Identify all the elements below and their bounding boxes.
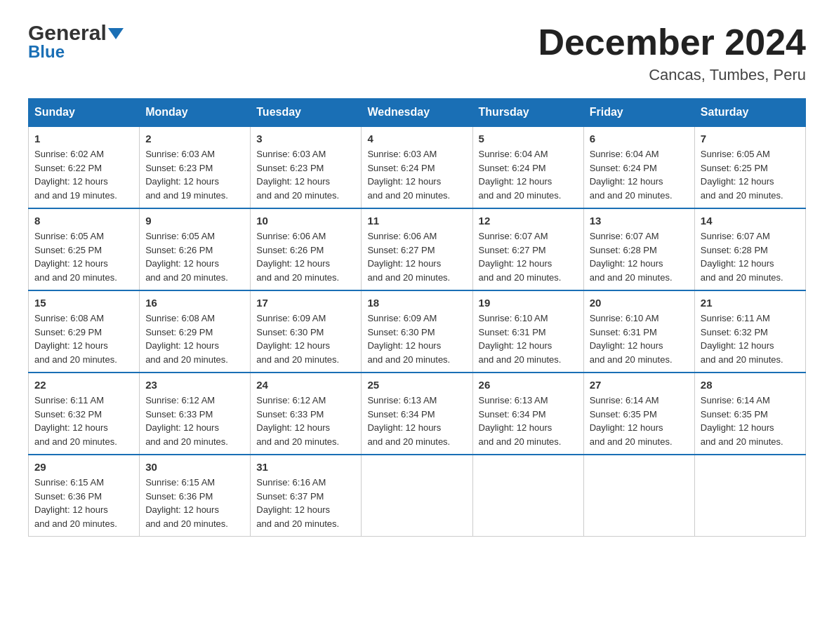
calendar-week-row: 15 Sunrise: 6:08 AM Sunset: 6:29 PM Dayl… bbox=[29, 290, 806, 373]
table-row bbox=[583, 455, 694, 537]
day-number: 18 bbox=[367, 297, 466, 309]
day-info: Sunrise: 6:06 AM Sunset: 6:27 PM Dayligh… bbox=[367, 229, 466, 284]
day-info: Sunrise: 6:03 AM Sunset: 6:24 PM Dayligh… bbox=[367, 147, 466, 202]
day-info: Sunrise: 6:05 AM Sunset: 6:25 PM Dayligh… bbox=[34, 229, 133, 284]
table-row: 23 Sunrise: 6:12 AM Sunset: 6:33 PM Dayl… bbox=[140, 373, 251, 455]
logo-general-text: General bbox=[28, 21, 107, 45]
day-info: Sunrise: 6:04 AM Sunset: 6:24 PM Dayligh… bbox=[590, 147, 689, 202]
day-info: Sunrise: 6:03 AM Sunset: 6:23 PM Dayligh… bbox=[256, 147, 355, 202]
day-number: 15 bbox=[34, 297, 133, 309]
page-title: December 2024 bbox=[538, 21, 806, 63]
day-info: Sunrise: 6:14 AM Sunset: 6:35 PM Dayligh… bbox=[701, 394, 800, 448]
calendar-week-row: 29 Sunrise: 6:15 AM Sunset: 6:36 PM Dayl… bbox=[29, 455, 806, 537]
table-row: 27 Sunrise: 6:14 AM Sunset: 6:35 PM Dayl… bbox=[583, 373, 694, 455]
day-number: 30 bbox=[145, 461, 244, 473]
table-row: 28 Sunrise: 6:14 AM Sunset: 6:35 PM Dayl… bbox=[694, 373, 805, 455]
logo-triangle-icon bbox=[108, 25, 124, 41]
day-number: 16 bbox=[145, 297, 244, 309]
table-row: 25 Sunrise: 6:13 AM Sunset: 6:34 PM Dayl… bbox=[362, 373, 472, 455]
day-number: 28 bbox=[701, 379, 800, 391]
day-info: Sunrise: 6:15 AM Sunset: 6:36 PM Dayligh… bbox=[34, 476, 133, 530]
day-info: Sunrise: 6:05 AM Sunset: 6:26 PM Dayligh… bbox=[145, 229, 244, 284]
day-info: Sunrise: 6:06 AM Sunset: 6:26 PM Dayligh… bbox=[256, 229, 355, 284]
day-info: Sunrise: 6:14 AM Sunset: 6:35 PM Dayligh… bbox=[590, 394, 689, 448]
day-number: 12 bbox=[479, 215, 578, 227]
day-number: 9 bbox=[145, 215, 244, 227]
table-row: 4 Sunrise: 6:03 AM Sunset: 6:24 PM Dayli… bbox=[362, 126, 472, 208]
calendar-week-row: 22 Sunrise: 6:11 AM Sunset: 6:32 PM Dayl… bbox=[29, 373, 806, 455]
table-row: 9 Sunrise: 6:05 AM Sunset: 6:26 PM Dayli… bbox=[140, 208, 251, 290]
table-row: 3 Sunrise: 6:03 AM Sunset: 6:23 PM Dayli… bbox=[251, 126, 362, 208]
day-number: 8 bbox=[34, 215, 133, 227]
table-row: 26 Sunrise: 6:13 AM Sunset: 6:34 PM Dayl… bbox=[472, 373, 583, 455]
day-info: Sunrise: 6:16 AM Sunset: 6:37 PM Dayligh… bbox=[256, 476, 355, 530]
page-header: General Blue December 2024 Cancas, Tumbe… bbox=[28, 21, 806, 84]
calendar-week-row: 8 Sunrise: 6:05 AM Sunset: 6:25 PM Dayli… bbox=[29, 208, 806, 290]
day-number: 19 bbox=[479, 297, 578, 309]
col-sunday: Sunday bbox=[29, 99, 140, 127]
table-row bbox=[472, 455, 583, 537]
day-info: Sunrise: 6:02 AM Sunset: 6:22 PM Dayligh… bbox=[34, 147, 133, 202]
day-number: 10 bbox=[256, 215, 355, 227]
day-info: Sunrise: 6:07 AM Sunset: 6:28 PM Dayligh… bbox=[701, 229, 800, 284]
table-row: 2 Sunrise: 6:03 AM Sunset: 6:23 PM Dayli… bbox=[140, 126, 251, 208]
table-row: 7 Sunrise: 6:05 AM Sunset: 6:25 PM Dayli… bbox=[694, 126, 805, 208]
day-number: 17 bbox=[256, 297, 355, 309]
day-number: 1 bbox=[34, 133, 133, 145]
table-row: 21 Sunrise: 6:11 AM Sunset: 6:32 PM Dayl… bbox=[694, 290, 805, 373]
table-row: 29 Sunrise: 6:15 AM Sunset: 6:36 PM Dayl… bbox=[29, 455, 140, 537]
day-number: 20 bbox=[590, 297, 689, 309]
day-info: Sunrise: 6:10 AM Sunset: 6:31 PM Dayligh… bbox=[590, 311, 689, 366]
table-row: 22 Sunrise: 6:11 AM Sunset: 6:32 PM Dayl… bbox=[29, 373, 140, 455]
day-info: Sunrise: 6:08 AM Sunset: 6:29 PM Dayligh… bbox=[34, 311, 133, 366]
table-row: 10 Sunrise: 6:06 AM Sunset: 6:26 PM Dayl… bbox=[251, 208, 362, 290]
day-info: Sunrise: 6:11 AM Sunset: 6:32 PM Dayligh… bbox=[701, 311, 800, 366]
table-row: 15 Sunrise: 6:08 AM Sunset: 6:29 PM Dayl… bbox=[29, 290, 140, 373]
table-row: 14 Sunrise: 6:07 AM Sunset: 6:28 PM Dayl… bbox=[694, 208, 805, 290]
day-number: 22 bbox=[34, 379, 133, 391]
calendar-week-row: 1 Sunrise: 6:02 AM Sunset: 6:22 PM Dayli… bbox=[29, 126, 806, 208]
day-number: 2 bbox=[145, 133, 244, 145]
table-row: 11 Sunrise: 6:06 AM Sunset: 6:27 PM Dayl… bbox=[362, 208, 472, 290]
svg-marker-0 bbox=[108, 28, 124, 39]
day-number: 5 bbox=[479, 133, 578, 145]
day-info: Sunrise: 6:09 AM Sunset: 6:30 PM Dayligh… bbox=[256, 311, 355, 366]
day-info: Sunrise: 6:13 AM Sunset: 6:34 PM Dayligh… bbox=[479, 394, 578, 448]
day-number: 11 bbox=[367, 215, 466, 227]
table-row: 18 Sunrise: 6:09 AM Sunset: 6:30 PM Dayl… bbox=[362, 290, 472, 373]
day-number: 27 bbox=[590, 379, 689, 391]
logo: General Blue bbox=[28, 21, 124, 62]
table-row: 6 Sunrise: 6:04 AM Sunset: 6:24 PM Dayli… bbox=[583, 126, 694, 208]
day-number: 14 bbox=[701, 215, 800, 227]
day-info: Sunrise: 6:07 AM Sunset: 6:28 PM Dayligh… bbox=[590, 229, 689, 284]
day-number: 25 bbox=[367, 379, 466, 391]
day-number: 24 bbox=[256, 379, 355, 391]
title-block: December 2024 Cancas, Tumbes, Peru bbox=[538, 21, 806, 84]
day-info: Sunrise: 6:12 AM Sunset: 6:33 PM Dayligh… bbox=[145, 394, 244, 448]
logo-blue-text: Blue bbox=[28, 42, 65, 62]
col-thursday: Thursday bbox=[472, 99, 583, 127]
day-info: Sunrise: 6:03 AM Sunset: 6:23 PM Dayligh… bbox=[145, 147, 244, 202]
day-number: 29 bbox=[34, 461, 133, 473]
table-row: 5 Sunrise: 6:04 AM Sunset: 6:24 PM Dayli… bbox=[472, 126, 583, 208]
day-info: Sunrise: 6:05 AM Sunset: 6:25 PM Dayligh… bbox=[701, 147, 800, 202]
table-row: 19 Sunrise: 6:10 AM Sunset: 6:31 PM Dayl… bbox=[472, 290, 583, 373]
day-info: Sunrise: 6:08 AM Sunset: 6:29 PM Dayligh… bbox=[145, 311, 244, 366]
day-number: 7 bbox=[701, 133, 800, 145]
day-info: Sunrise: 6:12 AM Sunset: 6:33 PM Dayligh… bbox=[256, 394, 355, 448]
day-info: Sunrise: 6:15 AM Sunset: 6:36 PM Dayligh… bbox=[145, 476, 244, 530]
table-row: 12 Sunrise: 6:07 AM Sunset: 6:27 PM Dayl… bbox=[472, 208, 583, 290]
day-info: Sunrise: 6:07 AM Sunset: 6:27 PM Dayligh… bbox=[479, 229, 578, 284]
calendar-table: Sunday Monday Tuesday Wednesday Thursday… bbox=[28, 98, 806, 537]
col-friday: Friday bbox=[583, 99, 694, 127]
table-row: 20 Sunrise: 6:10 AM Sunset: 6:31 PM Dayl… bbox=[583, 290, 694, 373]
day-number: 3 bbox=[256, 133, 355, 145]
day-number: 4 bbox=[367, 133, 466, 145]
calendar-header-row: Sunday Monday Tuesday Wednesday Thursday… bbox=[29, 99, 806, 127]
col-monday: Monday bbox=[140, 99, 251, 127]
table-row: 24 Sunrise: 6:12 AM Sunset: 6:33 PM Dayl… bbox=[251, 373, 362, 455]
table-row: 30 Sunrise: 6:15 AM Sunset: 6:36 PM Dayl… bbox=[140, 455, 251, 537]
table-row: 1 Sunrise: 6:02 AM Sunset: 6:22 PM Dayli… bbox=[29, 126, 140, 208]
table-row bbox=[694, 455, 805, 537]
day-number: 31 bbox=[256, 461, 355, 473]
